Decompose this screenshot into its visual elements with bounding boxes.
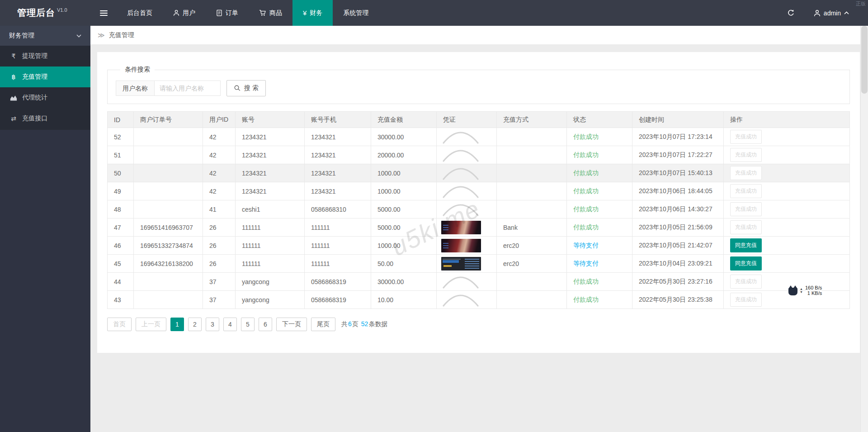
cell-user-id: 26 [203, 218, 236, 237]
sidebar-item-label: 充值接口 [22, 114, 47, 123]
cell-amount: 10.00 [371, 291, 437, 309]
status-text: 付款成功 [573, 169, 599, 176]
cell-voucher [437, 273, 497, 291]
sidebar-group-finance[interactable]: 财务管理 [0, 26, 90, 46]
column-header: 操作 [724, 112, 850, 128]
cell-voucher [437, 146, 497, 164]
status-text: 付款成功 [573, 205, 599, 213]
area-chart-icon [10, 95, 17, 101]
cell-amount: 50.00 [371, 255, 437, 273]
sidebar-item-充值管理[interactable]: ฿充值管理 [0, 66, 90, 87]
cell-method [497, 128, 567, 146]
refresh-button[interactable] [787, 9, 795, 17]
app-title: 管理后台 [17, 7, 55, 19]
admin-menu[interactable]: admin [814, 9, 849, 17]
cell-user-id: 42 [203, 182, 236, 200]
cell-id: 44 [108, 273, 134, 291]
recharge-done-button: 充值成功 [730, 148, 762, 162]
page-next-button[interactable]: 下一页 [276, 318, 307, 331]
cell-user-id: 42 [203, 128, 236, 146]
sidebar-item-代理统计[interactable]: 代理统计 [0, 87, 90, 108]
voucher-placeholder-arc [441, 275, 480, 289]
cell-created: 2023年10月06日 18:44:05 [632, 182, 724, 200]
cell-id: 43 [108, 291, 134, 309]
nav-item-后台首页[interactable]: 后台首页 [117, 0, 163, 26]
nav-item-订单[interactable]: 订单 [206, 0, 249, 26]
breadcrumb: ≫ 充值管理 [90, 26, 868, 44]
page-number-3[interactable]: 3 [206, 318, 219, 331]
chevron-up-icon [844, 11, 849, 14]
total-records: 52 [361, 320, 368, 328]
recharge-done-button: 充值成功 [730, 184, 762, 198]
cell-account: 1234321 [236, 164, 305, 182]
table-row: 47169651416963707261111111111115000.00Ba… [108, 218, 850, 237]
nav-item-用户[interactable]: 用户 [163, 0, 206, 26]
approve-recharge-button[interactable]: 同意充值 [730, 238, 762, 252]
status-text: 付款成功 [573, 296, 599, 303]
cell-method [497, 291, 567, 309]
page-number-4[interactable]: 4 [223, 318, 237, 331]
page-prev-button: 上一页 [136, 318, 166, 331]
cell-order-no [134, 164, 203, 182]
cell-order-no [134, 291, 203, 309]
voucher-placeholder-arc [441, 166, 480, 180]
cell-method [497, 273, 567, 291]
top-nav: 后台首页用户订单商品¥财务系统管理 [117, 0, 379, 26]
search-icon [234, 85, 241, 92]
cell-method [497, 200, 567, 218]
cell-phone: 1234321 [305, 146, 371, 164]
upload-speed: 160 B/s [805, 285, 822, 290]
cell-status: 等待支付 [567, 255, 632, 273]
nav-item-系统管理[interactable]: 系统管理 [333, 0, 379, 26]
page-last-button[interactable]: 尾页 [311, 318, 335, 331]
cell-phone: 1234321 [305, 164, 371, 182]
cell-account: 111111 [236, 218, 305, 237]
order-icon [216, 9, 222, 16]
cell-account: 111111 [236, 237, 305, 255]
voucher-image[interactable] [441, 239, 481, 252]
sidebar-item-充值接口[interactable]: ⇄充值接口 [0, 108, 90, 129]
pagination-summary: 共6页52条数据 [341, 320, 387, 328]
cell-amount: 20000.00 [371, 146, 437, 164]
cell-voucher [437, 182, 497, 200]
pages-suffix: 页 [352, 320, 359, 328]
search-button[interactable]: 搜 索 [226, 80, 266, 96]
page-number-2[interactable]: 2 [188, 318, 202, 331]
page-number-5[interactable]: 5 [241, 318, 255, 331]
recharge-done-button: 充值成功 [730, 293, 762, 307]
column-header: 用户ID [203, 112, 236, 128]
cell-user-id: 42 [203, 146, 236, 164]
cell-status: 付款成功 [567, 182, 632, 200]
recharge-done-button: 充值成功 [730, 202, 762, 216]
net-speed-monitor[interactable]: ▲▼ 160 B/s 1 KB/s [788, 285, 822, 296]
voucher-image[interactable] [441, 257, 481, 271]
cell-order-no [134, 146, 203, 164]
username-input[interactable] [154, 81, 221, 96]
cell-id: 48 [108, 200, 134, 218]
scrollbar-thumb[interactable] [861, 26, 868, 94]
cell-created: 2023年10月06日 14:30:27 [632, 200, 724, 218]
column-header: 创建时间 [632, 112, 724, 128]
status-text: 付款成功 [573, 151, 599, 158]
cell-user-id: 42 [203, 164, 236, 182]
cell-method: erc20 [497, 237, 567, 255]
cell-amount: 1000.00 [371, 237, 437, 255]
nav-item-商品[interactable]: 商品 [249, 0, 292, 26]
page-number-6[interactable]: 6 [259, 318, 272, 331]
cell-method: Bank [497, 218, 567, 237]
menu-toggle-button[interactable] [90, 0, 117, 26]
voucher-image[interactable] [441, 221, 481, 234]
approve-recharge-button[interactable]: 同意充值 [730, 256, 762, 271]
status-text: 付款成功 [573, 187, 599, 195]
nav-item-财务[interactable]: ¥财务 [292, 0, 333, 26]
table-row: 4437yangcong058686831930000.00付款成功2022年0… [108, 273, 850, 291]
yen-icon: ¥ [303, 9, 307, 17]
table-row: 4841ceshi105868683105000.00付款成功2023年10月0… [108, 200, 850, 218]
cell-action: 充值成功 [724, 273, 850, 291]
cell-order-no [134, 200, 203, 218]
sidebar-item-提现管理[interactable]: ₹提现管理 [0, 46, 90, 66]
cell-action: 充值成功 [724, 164, 850, 182]
page-number-1[interactable]: 1 [170, 318, 184, 331]
withdraw-icon: ₹ [12, 52, 16, 60]
cell-user-id: 37 [203, 273, 236, 291]
